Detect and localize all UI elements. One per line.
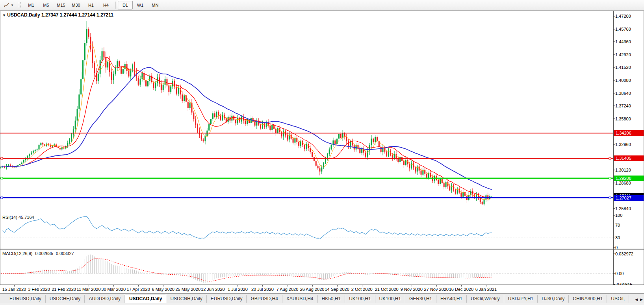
date-label: 12 Jun 2020 [201,287,225,292]
date-label: 6 Jan 2021 [475,287,497,292]
price-tick-label: 1.35800 [615,116,631,121]
date-label: 30 Mar 2020 [101,287,126,292]
macd-indicator-label: MACD(12,26,9) -0.002635 -0.003327 [2,251,74,256]
price-tick-label: 1.38640 [615,91,631,96]
symbol-tab-usdjpy-h1[interactable]: USDJPY,H1 [504,295,538,303]
chart-title: ▼ USDCAD,Daily 1.27347 1.27444 1.27144 1… [2,12,113,18]
price-tick-label: 1.28680 [615,181,631,185]
hline-handle[interactable] [1,157,3,159]
date-label: 20 Jul 2020 [251,287,274,292]
chevron-down-icon: ▼ [11,4,14,7]
time-tick [436,285,437,287]
hline-handle[interactable] [609,197,611,199]
price-tick-label: 1.40080 [615,78,631,83]
symbol-tab-hk50-h1[interactable]: HK50,H1 [318,295,345,303]
time-tick [486,285,486,287]
symbol-tab-dj30-daily[interactable]: DJ30,Daily [538,295,569,303]
price-tick-label: 1.30120 [615,168,631,172]
chart-ohlc-values: 1.27347 1.27444 1.27144 1.27211 [41,12,113,18]
time-tick [188,285,188,287]
date-label: 27 Nov 2020 [424,287,449,292]
price-tick-label: 1.45760 [615,27,631,31]
date-label: 25 May 2020 [175,287,200,292]
rsi-tick-label: 0 [615,245,618,250]
timeframe-button-h4[interactable]: H4 [98,1,113,9]
symbol-tab-usoil-weekly[interactable]: USOil,Weekly [467,295,504,303]
date-label: 7 Aug 2020 [277,287,299,292]
macd-tick-label: 0.032972 [615,251,633,256]
time-axis[interactable]: 15 Jan 20203 Feb 202021 Feb 202011 Mar 2… [0,285,644,294]
bottom-strip [0,303,644,305]
symbol-tab-xauusd-h4[interactable]: XAUUSD,H4 [282,295,318,303]
rsi-indicator-label: RSI(14) 45.7164 [2,215,34,220]
date-label: 11 Mar 2020 [77,287,101,292]
symbol-tab-bar: EURUSD,DailyUSDCHF,DailyAUDUSD,DailyUSDC… [0,294,644,303]
hline-handle[interactable] [609,157,611,159]
symbol-tab-eurusd-daily[interactable]: EURUSD,Daily [207,295,247,303]
date-label: 17 Apr 2020 [127,287,150,292]
freehand-line-icon [4,2,10,8]
time-tick [362,285,362,287]
symbol-tab-china300-h1[interactable]: CHINA300,H1 [569,295,607,303]
timeframe-button-m5[interactable]: M5 [39,1,54,9]
timeframe-button-m30[interactable]: M30 [69,1,84,9]
hline-price-label: 1.31405 [614,155,644,161]
macd-tick-label: 0.00 [615,271,624,276]
collapse-triangle-icon[interactable]: ▼ [2,13,6,17]
toolbar-divider [115,2,116,9]
price-tick-label: 1.44360 [615,39,631,44]
date-label: 1 Jul 2020 [228,287,248,292]
scroll-tabs-right-icon[interactable]: ▶ [640,298,643,301]
time-tick [89,285,89,287]
hline-handle[interactable] [609,177,611,179]
hline-handle[interactable] [1,197,3,199]
candlestick-chart-canvas[interactable] [0,11,644,285]
timeframe-button-h1[interactable]: H1 [84,1,98,9]
date-label: 3 Feb 2020 [28,287,50,292]
symbol-tab-audusd-daily[interactable]: AUDUSD,Daily [85,295,125,303]
symbol-tab-usdchf-daily[interactable]: USDCHF,Daily [46,295,85,303]
symbol-tab-gbpusd-h4[interactable]: GBPUSD,H4 [247,295,282,303]
price-tick-label: 1.32960 [615,142,631,147]
time-tick [64,285,64,287]
date-label: 16 Dec 2020 [449,287,473,292]
timeframe-button-d1[interactable]: D1 [118,1,133,9]
price-tick-label: 1.37240 [615,104,631,108]
time-tick [387,285,387,287]
timeframe-button-mn[interactable]: MN [148,1,163,9]
rsi-tick-label: 100 [615,213,622,218]
time-tick [288,285,288,287]
symbol-tab-usdcnh-daily[interactable]: USDCNH,Daily [166,295,206,303]
hline-price-label: 1.27027 [614,195,644,201]
time-tick [461,285,462,287]
hline-handle[interactable] [1,177,3,179]
trading-terminal: { "toolbar": { "drawing_tool_icon": "fre… [0,0,644,305]
timeframe-button-m1[interactable]: M1 [24,1,39,9]
drawing-tool-button[interactable]: ▼ [2,1,16,9]
chart-area[interactable]: ▼ USDCAD,Daily 1.27347 1.27444 1.27144 1… [0,11,644,285]
timeframe-button-m15[interactable]: M15 [54,1,69,9]
time-tick [14,285,15,287]
symbol-tab-fra40-h1[interactable]: FRA40,H1 [436,295,467,303]
timeframe-button-w1[interactable]: W1 [133,1,148,9]
tab-scroll-controls: ◀▶ [633,298,643,301]
timeframe-toolbar: ▼ M1M5M15M30H1H4D1W1MN [0,0,644,11]
rsi-tick-label: 70 [615,223,620,227]
symbol-tab-uk100-h1[interactable]: UK100,H1 [375,295,405,303]
symbol-tab-usoil-[interactable]: USOil, [607,295,629,303]
symbol-tab-eurusd-daily[interactable]: EURUSD,Daily [6,295,46,303]
price-tick-label: 1.25840 [615,206,631,211]
date-label: 21 Oct 2020 [375,287,399,292]
time-tick [412,285,412,287]
time-tick [39,285,39,287]
scroll-tabs-left-icon[interactable]: ◀ [635,298,638,301]
price-tick-label: 1.47200 [615,14,631,18]
symbol-tab-ger30-h1[interactable]: GER30,H1 [405,295,436,303]
symbol-tab-uk100-h1[interactable]: UK100,H1 [345,295,375,303]
symbol-tab-usdcad-daily[interactable]: USDCAD,Daily [125,294,166,303]
time-tick [238,285,238,287]
toolbar-grip [19,2,20,8]
date-label: 2 Oct 2020 [351,287,373,292]
rsi-tick-label: 30 [615,235,620,240]
hline-price-label: 1.29208 [614,176,644,181]
